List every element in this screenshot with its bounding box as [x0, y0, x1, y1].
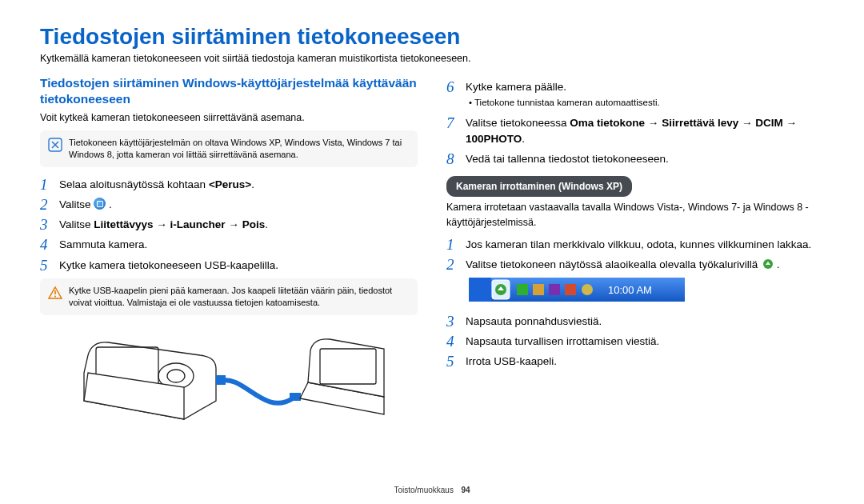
detach-step-4: 4 Napsauta turvallisen irrottamisen vies… — [446, 332, 824, 350]
step-number: 7 — [446, 115, 466, 130]
taskbar-figure: 10:00 AM — [469, 278, 824, 306]
section-heading: Tiedostojen siirtäminen Windows-käyttöjä… — [40, 75, 418, 107]
intro-text: Kytkemällä kameran tietokoneeseen voit s… — [40, 53, 824, 64]
info-icon — [48, 138, 62, 155]
detach-step-5: 5 Irrota USB-kaapeli. — [446, 352, 824, 370]
right-column: 6 Kytke kamera päälle. Tietokone tunnist… — [446, 75, 824, 426]
svg-point-7 — [167, 370, 185, 382]
step-text: Kytke kamera tietokoneeseen USB-kaapelil… — [59, 256, 418, 274]
warning-icon — [48, 286, 62, 303]
step-8: 8 Vedä tai tallenna tiedostot tietokonee… — [446, 150, 824, 167]
step-text: Valitse tietokoneen näytössä alaoikealla… — [466, 255, 824, 273]
warning-text: Kytke USB-kaapelin pieni pää kameraan. J… — [69, 285, 410, 309]
info-text: Tietokoneen käyttöjärjestelmän on oltava… — [69, 137, 410, 161]
step-text: Sammuta kamera. — [59, 235, 418, 253]
step-6: 6 Kytke kamera päälle. — [446, 78, 824, 95]
svg-point-21 — [582, 284, 593, 295]
step-text: Selaa aloitusnäytössä kohtaan <Perus>. — [59, 175, 418, 193]
step-number: 3 — [40, 217, 59, 232]
step-text: Napsauta ponnahdusviestiä. — [466, 312, 824, 330]
step-text: Valitse tietokoneessa Oma tietokone → Si… — [466, 114, 824, 148]
step-number: 8 — [446, 151, 466, 166]
step-7: 7 Valitse tietokoneessa Oma tietokone → … — [446, 114, 824, 148]
step-text: Valitse . — [59, 195, 418, 213]
step-number: 1 — [446, 237, 466, 252]
page-title: Tiedostojen siirtäminen tietokoneeseen — [40, 24, 824, 50]
step-number: 6 — [446, 79, 466, 94]
detach-step-3: 3 Napsauta ponnahdusviestiä. — [446, 312, 824, 330]
left-column: Tiedostojen siirtäminen Windows-käyttöjä… — [40, 75, 418, 426]
step-2: 2 Valitse . — [40, 195, 418, 213]
svg-rect-19 — [549, 284, 560, 295]
eject-tray-icon — [762, 258, 774, 270]
detach-step-1: 1 Jos kameran tilan merkkivalo vilkkuu, … — [446, 235, 824, 253]
step-number: 4 — [446, 334, 466, 349]
svg-point-5 — [54, 295, 56, 297]
info-note: Tietokoneen käyttöjärjestelmän on oltava… — [40, 130, 418, 167]
footer-page: 94 — [461, 486, 470, 494]
step-text: Napsauta turvallisen irrottamisen viesti… — [466, 332, 824, 350]
connection-figure — [64, 325, 418, 426]
svg-rect-9 — [216, 375, 226, 385]
basic-mode-icon — [94, 198, 106, 210]
pill-text: Kamera irrotetaan vastaavalla tavalla Wi… — [446, 200, 824, 230]
page-footer: Toisto/muokkaus 94 — [0, 486, 864, 494]
warning-note: Kytke USB-kaapelin pieni pää kameraan. J… — [40, 278, 418, 315]
taskbar-clock: 10:00 AM — [608, 284, 652, 296]
step-text: Jos kameran tilan merkkivalo vilkkuu, od… — [466, 235, 824, 253]
step-number: 5 — [40, 258, 59, 273]
step-text: Kytke kamera päälle. — [466, 78, 824, 95]
step-number: 5 — [446, 354, 466, 369]
step-1: 1 Selaa aloitusnäytössä kohtaan <Perus>. — [40, 175, 418, 193]
svg-rect-18 — [533, 284, 544, 295]
step-3: 3 Valitse Liitettävyys → i-Launcher → Po… — [40, 215, 418, 233]
svg-rect-17 — [517, 284, 528, 295]
step-5: 5 Kytke kamera tietokoneeseen USB-kaapel… — [40, 256, 418, 274]
subsection-pill: Kameran irrottaminen (Windows XP) — [446, 176, 632, 197]
step-number: 1 — [40, 177, 59, 192]
step-text: Vedä tai tallenna tiedostot tietokoneese… — [466, 150, 824, 167]
detach-step-2: 2 Valitse tietokoneen näytössä alaoikeal… — [446, 255, 824, 273]
step-6-bullet: Tietokone tunnistaa kameran automaattise… — [446, 96, 824, 110]
step-text: Valitse Liitettävyys → i-Launcher → Pois… — [59, 215, 418, 233]
section-sub: Voit kytkeä kameran tietokoneeseen siirr… — [40, 110, 418, 126]
footer-section: Toisto/muokkaus — [394, 486, 453, 494]
step-text: Irrota USB-kaapeli. — [466, 352, 824, 370]
svg-rect-20 — [565, 284, 576, 295]
svg-rect-14 — [469, 278, 491, 302]
step-number: 2 — [446, 257, 466, 272]
step-number: 3 — [446, 314, 466, 329]
step-number: 4 — [40, 237, 59, 252]
step-4: 4 Sammuta kamera. — [40, 235, 418, 253]
svg-rect-10 — [290, 393, 301, 401]
step-number: 2 — [40, 197, 59, 212]
